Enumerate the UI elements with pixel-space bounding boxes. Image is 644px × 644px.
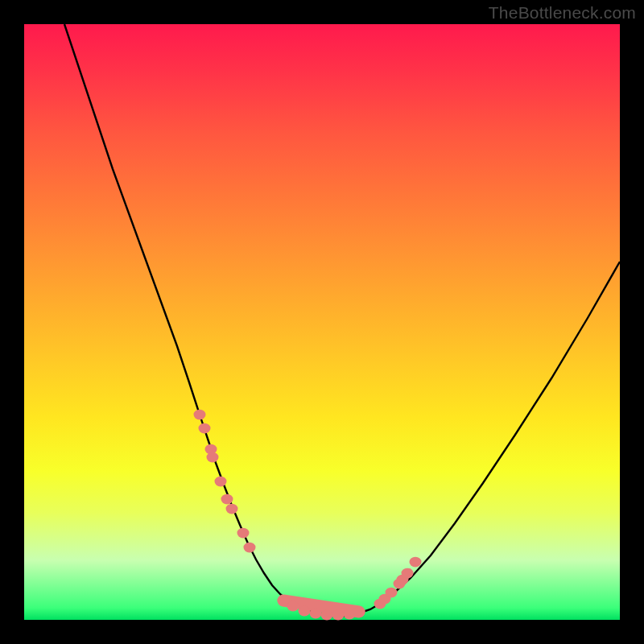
chart-frame: TheBottleneck.com (0, 0, 644, 644)
curve-marker (310, 609, 322, 619)
chart-svg (24, 24, 620, 620)
curve-marker (402, 568, 414, 579)
curve-markers (194, 410, 422, 621)
watermark-text: TheBottleneck.com (489, 3, 636, 23)
curve-marker (237, 528, 250, 539)
curve-marker (287, 601, 299, 612)
curve-marker (410, 557, 422, 568)
curve-marker (194, 410, 206, 420)
chart-plot-area (24, 24, 620, 620)
bottleneck-curve (64, 24, 620, 616)
curve-marker (299, 606, 311, 617)
curve-marker (221, 494, 233, 505)
curve-marker (199, 423, 211, 434)
curve-marker (321, 610, 333, 621)
curve-marker (386, 588, 398, 598)
curve-marker (226, 504, 238, 514)
curve-marker (215, 477, 227, 487)
curve-marker (244, 543, 256, 553)
curve-marker (353, 607, 365, 617)
curve-marker (207, 452, 219, 463)
curve-marker (332, 610, 345, 621)
